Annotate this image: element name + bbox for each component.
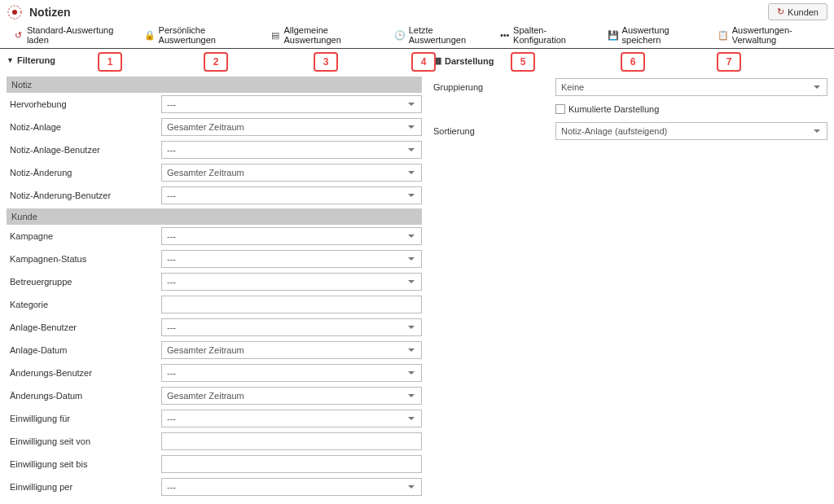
select-kampagnen-status[interactable]: ---	[161, 250, 422, 268]
label-kumulierte: Kumulierte Darstellung	[568, 104, 659, 114]
input-kategorie[interactable]	[161, 296, 422, 313]
toolbar-label: Letzte Auswertungen	[409, 25, 485, 45]
input-einwilligung-seit-bis[interactable]	[161, 455, 422, 473]
section-notiz: Notiz	[7, 77, 422, 93]
kunden-button[interactable]: ↻ Kunden	[768, 3, 827, 20]
select-aenderungs-benutzer[interactable]: ---	[161, 364, 422, 382]
toolbar: ↺ Standard-Auswertung laden 🔒 Persönlich…	[0, 22, 834, 49]
select-kampagne[interactable]: ---	[161, 227, 422, 245]
toolbar-label: Spalten-Konfiguration	[513, 25, 592, 45]
manage-icon: 📋	[718, 29, 729, 41]
toolbar-standard-auswertung-laden[interactable]: ↺ Standard-Auswertung laden	[13, 25, 129, 45]
select-einwilligung-per[interactable]: ---	[161, 478, 422, 496]
annotation-4: 4	[411, 52, 436, 72]
toolbar-auswertungen-verwaltung[interactable]: 📋 Auswertungen-Verwaltung	[718, 25, 827, 45]
save-icon: 💾	[608, 29, 619, 41]
select-anlage-benutzer[interactable]: ---	[161, 318, 422, 336]
toolbar-label: Standard-Auswertung laden	[27, 25, 129, 45]
toolbar-allgemeine-auswertungen[interactable]: ▤ Allgemeine Auswertungen	[270, 25, 380, 45]
svg-point-1	[12, 10, 17, 15]
select-hervorhebung[interactable]: ---	[161, 95, 422, 113]
toolbar-spalten-konfiguration[interactable]: ••• Spalten-Konfiguration	[499, 25, 592, 45]
label-notiz-anlage-benutzer: Notiz-Anlage-Benutzer	[7, 145, 161, 155]
page-title: Notizen	[29, 6, 71, 19]
label-notiz-aenderung: Notiz-Änderung	[7, 168, 161, 177]
annotation-5: 5	[511, 52, 535, 72]
select-gruppierung[interactable]: Keine	[555, 78, 827, 96]
annotation-3: 3	[314, 52, 338, 72]
checkbox-kumulierte[interactable]	[555, 104, 565, 114]
select-einwilligung-fuer[interactable]: ---	[161, 410, 422, 427]
annotation-6: 6	[621, 52, 645, 72]
select-notiz-aenderung-benutzer[interactable]: ---	[161, 186, 422, 204]
label-gruppierung: Gruppierung	[433, 82, 555, 92]
dots-icon: •••	[499, 29, 510, 41]
label-notiz-anlage: Notiz-Anlage	[7, 122, 161, 132]
select-notiz-anlage[interactable]: Gesamter Zeitraum	[161, 118, 422, 136]
input-einwilligung-seit-von[interactable]	[161, 432, 422, 450]
annotation-7: 7	[717, 52, 741, 72]
label-einwilligung-seit-bis: Einwilligung seit bis	[7, 459, 161, 469]
toolbar-letzte-auswertungen[interactable]: 🕒 Letzte Auswertungen	[394, 25, 485, 45]
clock-icon: 🕒	[394, 29, 406, 41]
kunden-label: Kunden	[788, 7, 819, 17]
label-einwilligung-fuer: Einwilligung für	[7, 414, 161, 423]
label-aenderungs-datum: Änderungs-Datum	[7, 391, 161, 401]
toolbar-label: Allgemeine Auswertungen	[283, 25, 379, 45]
toolbar-persoenliche-auswertungen[interactable]: 🔒 Persönliche Auswertungen	[144, 25, 256, 45]
label-notiz-aenderung-benutzer: Notiz-Änderung-Benutzer	[7, 191, 161, 200]
label-anlage-benutzer: Anlage-Benutzer	[7, 322, 161, 332]
select-betreuergruppe[interactable]: ---	[161, 273, 422, 291]
label-anlage-datum: Anlage-Datum	[7, 345, 161, 355]
app-icon	[7, 4, 23, 20]
select-notiz-anlage-benutzer[interactable]: ---	[161, 141, 422, 159]
number-annotations: 1 2 3 4 5 6 7	[0, 49, 834, 73]
label-kampagne: Kampagne	[7, 231, 161, 241]
select-aenderungs-datum[interactable]: Gesamter Zeitraum	[161, 387, 422, 405]
label-sortierung: Sortierung	[433, 126, 555, 136]
select-notiz-aenderung[interactable]: Gesamter Zeitraum	[161, 164, 422, 182]
section-kunde: Kunde	[7, 208, 422, 225]
label-kategorie: Kategorie	[7, 300, 161, 309]
toolbar-label: Auswertungen-Verwaltung	[732, 25, 827, 45]
label-einwilligung-seit-von: Einwilligung seit von	[7, 436, 161, 446]
toolbar-label: Auswertung speichern	[622, 25, 703, 45]
document-icon: ▤	[270, 29, 281, 41]
label-aenderungs-benutzer: Änderungs-Benutzer	[7, 368, 161, 378]
toolbar-auswertung-speichern[interactable]: 💾 Auswertung speichern	[608, 25, 703, 45]
select-sortierung[interactable]: Notiz-Anlage (aufsteigend)	[555, 122, 827, 140]
annotation-1: 1	[98, 52, 122, 72]
reload-icon: ↺	[13, 29, 24, 41]
label-einwilligung-per: Einwilligung per	[7, 482, 161, 492]
toolbar-label: Persönliche Auswertungen	[159, 25, 256, 45]
label-hervorhebung: Hervorhebung	[7, 99, 161, 109]
annotation-2: 2	[204, 52, 228, 72]
label-betreuergruppe: Betreuergruppe	[7, 277, 161, 287]
select-anlage-datum[interactable]: Gesamter Zeitraum	[161, 341, 422, 359]
refresh-icon: ↻	[777, 7, 784, 17]
lock-icon: 🔒	[144, 29, 156, 41]
label-kampagnen-status: Kampagnen-Status	[7, 254, 161, 264]
